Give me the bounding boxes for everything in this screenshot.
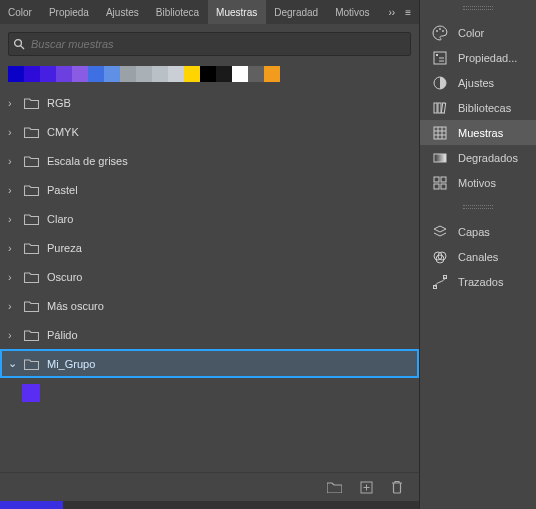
tab-degradad[interactable]: Degradad [266,0,327,24]
svg-line-1 [21,46,24,49]
gradient-icon [432,150,448,166]
side-item-label: Motivos [458,177,496,189]
swatch[interactable] [40,66,56,82]
swatch[interactable] [88,66,104,82]
side-item-degradados[interactable]: Degradados [420,145,536,170]
chevron-down-icon[interactable]: ⌄ [8,357,16,370]
folder-row[interactable]: ›Pastel [0,175,419,204]
swatch[interactable] [152,66,168,82]
chevron-right-icon[interactable]: › [8,155,16,167]
chevron-right-icon[interactable]: › [8,329,16,341]
side-item-bibliotecas[interactable]: Bibliotecas [420,95,536,120]
tab-muestras[interactable]: Muestras [208,0,266,24]
swatch[interactable] [232,66,248,82]
folder-row[interactable]: ›Más oscuro [0,291,419,320]
folder-row[interactable]: ›Claro [0,204,419,233]
search-icon [9,38,29,50]
svg-rect-9 [436,54,438,56]
folder-label: Escala de grises [47,155,128,167]
new-swatch-icon[interactable] [360,481,373,494]
side-item-label: Color [458,27,484,39]
swatch[interactable] [168,66,184,82]
folder-icon [24,155,39,167]
folder-row[interactable]: ›Escala de grises [0,146,419,175]
swatch[interactable] [248,66,264,82]
svg-point-5 [436,30,438,32]
folder-label: Pureza [47,242,82,254]
chevron-right-icon[interactable]: › [8,271,16,283]
palette-icon [432,25,448,41]
svg-point-7 [442,30,444,32]
layers-icon [432,224,448,240]
new-group-icon[interactable] [327,481,342,493]
folder-row[interactable]: ›RGB [0,88,419,117]
swatch[interactable] [8,66,24,82]
tab-biblioteca[interactable]: Biblioteca [148,0,208,24]
side-item-ajustes[interactable]: Ajustes [420,70,536,95]
info-icon [432,50,448,66]
swatch[interactable] [56,66,72,82]
swatch[interactable] [120,66,136,82]
side-item-capas[interactable]: Capas [420,219,536,244]
tab-propieda[interactable]: Propieda [41,0,98,24]
folder-row[interactable]: ›Pálido [0,320,419,349]
side-item-trazados[interactable]: Trazados [420,269,536,294]
search-input[interactable] [29,37,410,51]
folder-row[interactable]: ›CMYK [0,117,419,146]
chevron-right-icon[interactable]: › [8,213,16,225]
swatch[interactable] [72,66,88,82]
folder-row[interactable]: ⌄Mi_Grupo [0,349,419,378]
folder-row[interactable]: ›Oscuro [0,262,419,291]
swatch[interactable] [24,66,40,82]
folder-icon [24,300,39,312]
trash-icon[interactable] [391,480,403,494]
tab-motivos[interactable]: Motivos [327,0,378,24]
folder-row[interactable]: ›Pureza [0,233,419,262]
side-panel: ColorPropiedad...AjustesBibliotecasMuest… [419,0,536,509]
chevron-right-icon[interactable]: › [8,126,16,138]
side-item-label: Propiedad... [458,52,517,64]
folder-icon [24,242,39,254]
folder-label: Claro [47,213,73,225]
side-item-label: Degradados [458,152,518,164]
side-item-label: Canales [458,251,498,263]
side-item-canales[interactable]: Canales [420,244,536,269]
folder-icon [24,213,39,225]
footer-strip [0,501,419,509]
folder-label: Mi_Grupo [47,358,95,370]
side-item-color[interactable]: Color [420,20,536,45]
pattern-icon [432,175,448,191]
search-field [8,32,411,56]
folder-label: RGB [47,97,71,109]
tab-ajustes[interactable]: Ajustes [98,0,148,24]
swatch[interactable] [22,384,40,402]
swatch[interactable] [200,66,216,82]
chevron-right-icon[interactable]: › [8,97,16,109]
svg-point-0 [15,40,22,47]
paths-icon [432,274,448,290]
swatch-strip [8,66,411,82]
tab-color[interactable]: Color [0,0,41,24]
chevron-right-icon[interactable]: › [8,300,16,312]
folder-label: Pálido [47,329,78,341]
chevron-right-icon[interactable]: › [8,184,16,196]
folder-icon [24,329,39,341]
side-item-propiedad-[interactable]: Propiedad... [420,45,536,70]
chevron-right-icon[interactable]: › [8,242,16,254]
swatch[interactable] [216,66,232,82]
folder-icon [24,271,39,283]
folder-icon [24,126,39,138]
halfcircle-icon [432,75,448,91]
side-item-motivos[interactable]: Motivos [420,170,536,195]
panel-menu-icon[interactable]: ≡ [405,7,411,18]
swatch[interactable] [264,66,280,82]
swatch[interactable] [184,66,200,82]
folder-icon [24,184,39,196]
drag-handle[interactable] [420,202,536,212]
drag-handle[interactable] [420,3,536,13]
side-item-muestras[interactable]: Muestras [420,120,536,145]
swatch[interactable] [104,66,120,82]
side-item-label: Ajustes [458,77,494,89]
swatch[interactable] [136,66,152,82]
expand-icon[interactable]: ›› [388,7,395,18]
